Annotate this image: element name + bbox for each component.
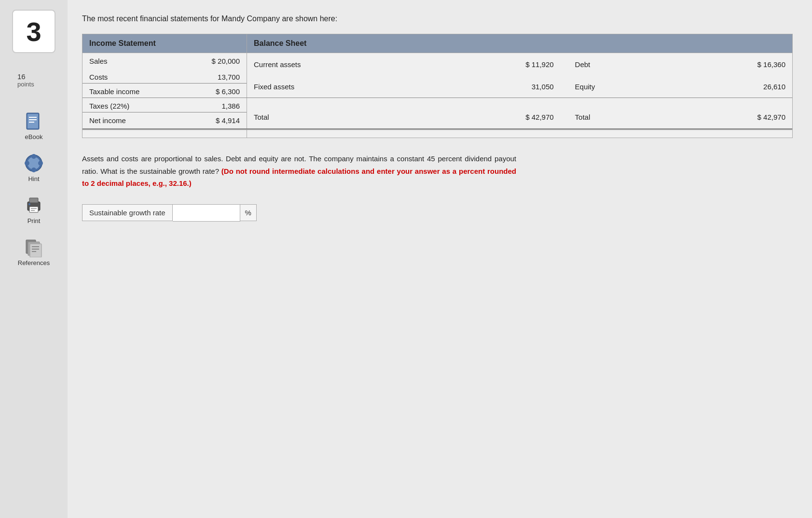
income-taxable-label: Taxable income [83, 84, 189, 98]
table-row: Taxes (22%) 1,386 [83, 98, 247, 112]
balance-sheet-table: Balance Sheet Current assets $ 11,920 De… [247, 34, 792, 138]
svg-rect-1 [28, 114, 38, 128]
income-costs-label: Costs [83, 69, 189, 84]
table-row: Costs 13,700 [83, 69, 247, 84]
bs-current-assets-value: $ 11,920 [503, 53, 561, 76]
table-row: Sales $ 20,000 [83, 53, 247, 70]
bs-total-assets-value: $ 42,970 [503, 106, 561, 129]
income-sales-label: Sales [83, 53, 189, 70]
income-costs-value: 13,700 [189, 69, 247, 84]
income-taxable-value: $ 6,300 [189, 84, 247, 98]
svg-point-7 [25, 161, 29, 166]
bs-current-assets-label: Current assets [247, 53, 503, 76]
sidebar: 3 16 points eBook Hint [0, 0, 68, 518]
income-taxes-label: Taxes (22%) [83, 98, 189, 112]
bs-debt-label: Debt [561, 53, 734, 76]
sidebar-hint-label: Hint [28, 175, 39, 182]
svg-rect-12 [29, 198, 38, 203]
main-content: The most recent financial statements for… [68, 0, 812, 518]
question-number: 3 [12, 10, 55, 53]
bs-equity-value: 26,610 [734, 75, 792, 98]
points-value: 16 [9, 72, 68, 81]
svg-point-16 [28, 203, 30, 205]
table-row-spacer [247, 98, 793, 106]
svg-point-10 [31, 168, 36, 172]
ebook-icon [24, 111, 44, 131]
svg-rect-15 [31, 210, 35, 211]
sidebar-references-label: References [18, 259, 50, 266]
references-icon [24, 237, 44, 257]
sidebar-ebook-label: eBook [25, 133, 43, 140]
sidebar-item-hint[interactable]: Hint [0, 149, 68, 186]
svg-rect-13 [29, 207, 38, 212]
income-statement-table: Income Statement Sales $ 20,000 Costs 13… [83, 34, 247, 138]
income-netincome-value: $ 4,914 [189, 112, 247, 129]
table-row-spacer [83, 129, 247, 138]
income-statement-header: Income Statement [83, 34, 247, 53]
sidebar-item-print[interactable]: Print [0, 191, 68, 228]
table-row: Net income $ 4,914 [83, 112, 247, 129]
sidebar-item-ebook[interactable]: eBook [0, 107, 68, 144]
table-row: Total $ 42,970 Total $ 42,970 [247, 106, 793, 129]
income-netincome-label: Net income [83, 112, 189, 129]
financial-tables: Income Statement Sales $ 20,000 Costs 13… [82, 34, 793, 138]
bs-equity-label: Equity [561, 75, 734, 98]
balance-sheet-header: Balance Sheet [247, 34, 793, 53]
description-text: Assets and costs are proportional to sal… [82, 153, 516, 190]
svg-point-8 [38, 161, 43, 166]
points-label: points [9, 81, 68, 88]
table-row: Current assets $ 11,920 Debt $ 16,360 [247, 53, 793, 76]
table-row: Fixed assets 31,050 Equity 26,610 [247, 75, 793, 98]
percent-sign: % [240, 204, 257, 221]
table-row: Taxable income $ 6,300 [83, 84, 247, 98]
bs-fixed-assets-value: 31,050 [503, 75, 561, 98]
hint-icon [24, 153, 44, 173]
answer-label: Sustainable growth rate [82, 204, 173, 221]
sidebar-item-references[interactable]: References [0, 233, 68, 270]
bs-total-right-value: $ 42,970 [734, 106, 792, 129]
bs-debt-value: $ 16,360 [734, 53, 792, 76]
income-taxes-value: 1,386 [189, 98, 247, 112]
bs-total-label: Total [247, 106, 503, 129]
bs-total-right-label: Total [561, 106, 734, 129]
svg-point-9 [31, 154, 36, 159]
svg-rect-14 [31, 208, 37, 209]
sustainable-growth-rate-input[interactable] [173, 204, 240, 222]
intro-text: The most recent financial statements for… [82, 14, 793, 23]
print-icon [24, 195, 44, 215]
answer-row: Sustainable growth rate % [82, 204, 793, 222]
bs-fixed-assets-label: Fixed assets [247, 75, 503, 98]
table-row-spacer [247, 129, 793, 138]
svg-rect-19 [30, 244, 41, 257]
sidebar-print-label: Print [28, 217, 41, 224]
income-sales-value: $ 20,000 [189, 53, 247, 70]
